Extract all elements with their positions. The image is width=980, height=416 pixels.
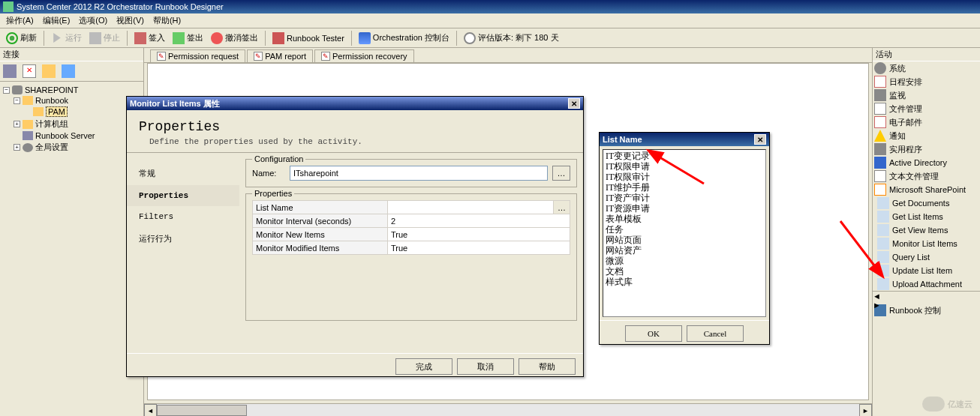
dialog-titlebar[interactable]: List Name ✕ (600, 133, 769, 146)
list-option[interactable]: 任务 (604, 224, 765, 235)
help-button[interactable]: 帮助 (519, 358, 576, 375)
activities-scrollbar[interactable]: ◄ ► (873, 291, 980, 304)
prop-row-new-items[interactable]: Monitor New ItemsTrue (253, 228, 570, 241)
scroll-right-button[interactable]: ► (859, 404, 872, 416)
list-option[interactable]: IT资源申请 (604, 203, 765, 214)
activity-category[interactable]: 通知 (873, 129, 980, 142)
scroll-left-button[interactable]: ◄ (873, 292, 980, 301)
category-icon (874, 143, 886, 155)
tree-pam[interactable]: PAM (3, 106, 140, 118)
ok-button[interactable]: OK (625, 325, 682, 342)
activity-item[interactable]: Query List (873, 250, 980, 264)
activity-item[interactable]: Upload Attachment (873, 277, 980, 291)
prop-row-list-name[interactable]: List Name… (253, 201, 570, 214)
activities-pane: 活动 系统日程安排监视文件管理电子邮件通知实用程序Active Director… (872, 48, 980, 416)
category-icon (874, 62, 886, 74)
list-option[interactable]: IT变更记录 (604, 151, 765, 161)
undo-checkout-button[interactable]: 撤消签出 (208, 31, 261, 46)
list-option[interactable]: 网站页面 (604, 235, 765, 245)
list-option[interactable]: 文档 (604, 266, 765, 277)
activity-category[interactable]: 系统 (873, 61, 980, 75)
list-option[interactable]: IT权限审计 (604, 172, 765, 182)
watermark: 亿速云 (922, 397, 972, 412)
list-option[interactable]: IT维护手册 (604, 182, 765, 193)
orch-console-button[interactable]: Orchestration 控制台 (356, 31, 452, 46)
activity-category[interactable]: Active Directory (873, 156, 980, 169)
refresh-button[interactable]: 刷新 (3, 31, 40, 46)
list-option[interactable]: 样式库 (604, 277, 765, 287)
prop-row-interval[interactable]: Monitor Interval (seconds)2 (253, 214, 570, 228)
nav-filters[interactable]: Filters (127, 206, 239, 227)
close-button[interactable]: ✕ (754, 134, 766, 145)
activity-category[interactable]: 监视 (873, 88, 980, 102)
run-button[interactable]: 运行 (48, 31, 85, 46)
activity-category[interactable]: 文件管理 (873, 102, 980, 115)
nav-properties[interactable]: Properties (127, 185, 239, 206)
app-icon (3, 1, 14, 12)
activity-category[interactable]: Microsoft SharePoint (873, 183, 980, 196)
activity-item[interactable]: Get Documents (873, 196, 980, 210)
folder-icon (23, 120, 33, 129)
browse-button[interactable]: … (554, 201, 570, 214)
menubar: 操作(A) 编辑(E) 选项(O) 视图(V) 帮助(H) (0, 13, 980, 28)
checkout-button[interactable]: 签出 (170, 31, 206, 46)
scroll-thumb[interactable] (157, 405, 247, 416)
close-button[interactable]: ✕ (568, 98, 580, 109)
server-icon[interactable] (3, 64, 17, 78)
list-option[interactable]: 网站资产 (604, 245, 765, 256)
list-options[interactable]: IT变更记录IT权限申请IT权限审计IT维护手册IT资产审计IT资源申请表单模板… (603, 149, 766, 317)
activity-item[interactable]: Monitor List Items (873, 237, 980, 250)
activity-category[interactable]: 日程安排 (873, 75, 980, 88)
horizontal-scrollbar[interactable]: ◄ ► (144, 403, 872, 416)
activity-category[interactable]: 文本文件管理 (873, 169, 980, 183)
tree-runbook-server[interactable]: Runbook Server (3, 130, 140, 141)
tree-runbook[interactable]: −Runbook (3, 95, 140, 106)
stop-button[interactable]: 停止 (86, 31, 123, 46)
activity-icon (877, 278, 889, 290)
scroll-track[interactable] (157, 404, 859, 416)
name-input[interactable] (290, 166, 548, 181)
cancel-button[interactable]: Cancel (687, 325, 744, 342)
checkout-icon (173, 32, 185, 44)
name-browse-button[interactable]: … (552, 166, 570, 181)
activity-category[interactable]: 电子邮件 (873, 115, 980, 129)
menu-view[interactable]: 视图(V) (112, 13, 149, 28)
menu-action[interactable]: 操作(A) (2, 13, 38, 28)
nav-general[interactable]: 常规 (127, 162, 239, 185)
menu-help[interactable]: 帮助(H) (149, 13, 185, 28)
dialog-nav: 常规 Properties Filters 运行行为 (127, 153, 239, 353)
scroll-left-button[interactable]: ◄ (144, 404, 157, 416)
tab-permission-recovery[interactable]: ✎Permission recovery (314, 49, 414, 62)
list-name-dialog: List Name ✕ IT变更记录IT权限申请IT权限审计IT维护手册IT资产… (599, 132, 770, 345)
nav-run-behavior[interactable]: 运行行为 (127, 227, 239, 250)
scroll-right-button[interactable]: ► (873, 301, 980, 310)
checkin-button[interactable]: 签入 (131, 31, 168, 46)
tree-global-settings[interactable]: +全局设置 (3, 141, 140, 154)
folder2-icon[interactable] (62, 64, 75, 78)
list-option[interactable]: 微源 (604, 256, 765, 266)
list-option[interactable]: IT权限申请 (604, 161, 765, 172)
menu-edit[interactable]: 编辑(E) (38, 13, 75, 28)
orch-icon (359, 32, 371, 44)
tree-computer-group[interactable]: +计算机组 (3, 118, 140, 130)
activity-item[interactable]: Get List Items (873, 210, 980, 223)
tab-pam-report[interactable]: ✎PAM report (247, 49, 313, 62)
list-option[interactable]: IT资产审计 (604, 193, 765, 203)
activity-category[interactable]: 实用程序 (873, 142, 980, 156)
delete-icon[interactable]: ✕ (23, 64, 36, 78)
tree-root[interactable]: −SHAREPOINT (3, 85, 140, 95)
activity-item[interactable]: Update List Item (873, 264, 980, 277)
cancel-button[interactable]: 取消 (457, 358, 514, 375)
finish-button[interactable]: 完成 (395, 358, 452, 375)
dialog-titlebar[interactable]: Monitor List Items 属性 ✕ (127, 97, 583, 110)
activity-icon (877, 265, 889, 277)
toolbar: 刷新 运行 停止 签入 签出 撤消签出 Runbook Tester Orche… (0, 28, 980, 48)
runbook-tester-button[interactable]: Runbook Tester (269, 31, 347, 46)
list-option[interactable]: 表单模板 (604, 214, 765, 224)
menu-options[interactable]: 选项(O) (74, 13, 112, 28)
prop-row-modified-items[interactable]: Monitor Modified ItemsTrue (253, 241, 570, 255)
server-icon (23, 131, 33, 140)
folder-icon[interactable] (42, 64, 56, 78)
activity-item[interactable]: Get View Items (873, 223, 980, 237)
tab-permission-request[interactable]: ✎Permission request (150, 49, 245, 62)
